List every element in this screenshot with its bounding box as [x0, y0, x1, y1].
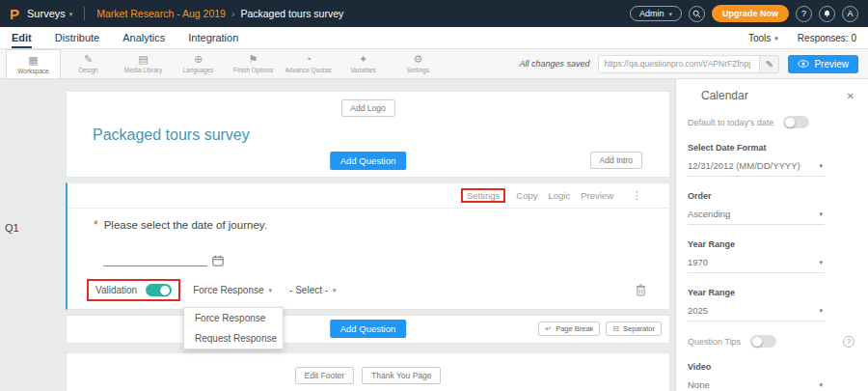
editor-toolbar: ▦ Workspace ✎ Design ▤ Media Library ⊕ L…	[0, 49, 868, 79]
toolbar-item-media-library[interactable]: ▤ Media Library	[116, 49, 171, 78]
video-group: Video None ▾	[688, 362, 854, 391]
quotas-icon: ◔	[305, 54, 312, 65]
validation-row: Validation Force Response ▾ - Select - ▾	[68, 279, 669, 301]
annotation-settings-highlight: Settings	[461, 188, 505, 203]
survey-title[interactable]: Packaged tours survey	[93, 126, 250, 144]
question-actions: Settings Copy Logic Preview ⋮	[461, 188, 642, 203]
admin-dropdown[interactable]: Admin ▾	[630, 6, 682, 21]
close-icon[interactable]: ✕	[847, 91, 854, 101]
date-answer-input[interactable]	[103, 253, 669, 266]
order-group: Order Ascending ▾	[688, 191, 854, 225]
menu-item-request-response[interactable]: Request Response	[184, 328, 283, 349]
order-select[interactable]: Ascending ▾	[688, 206, 825, 225]
tab-analytics[interactable]: Analytics	[122, 27, 165, 48]
autosave-status: All changes saved	[519, 59, 589, 69]
help-button[interactable]: ?	[796, 6, 812, 22]
question-text[interactable]: Please select the date of journey.	[104, 219, 267, 231]
upgrade-now-button[interactable]: Upgrade Now	[712, 5, 789, 22]
validation-toggle[interactable]	[146, 284, 172, 296]
survey-header-block: Add Logo Packaged tours survey Add Quest…	[66, 91, 670, 178]
breadcrumb-folder[interactable]: Market Research - Aug 2019	[96, 8, 226, 19]
toolbar-item-workspace[interactable]: ▦ Workspace	[6, 49, 61, 78]
edit-footer-button[interactable]: Edit Footer	[295, 367, 355, 384]
module-nav: Edit Distribute Analytics Integration To…	[0, 27, 868, 49]
year-range-start-label: Year Range	[688, 239, 854, 249]
video-select[interactable]: None ▾	[688, 377, 825, 391]
languages-globe-icon: ⊕	[194, 54, 203, 65]
year-range-start-select[interactable]: 1970 ▾	[688, 254, 825, 273]
force-response-menu: Force Response Request Response	[183, 307, 284, 349]
calendar-icon[interactable]	[212, 255, 224, 266]
date-input-underline[interactable]	[103, 254, 207, 266]
responses-count[interactable]: Responses: 0	[798, 33, 856, 43]
survey-canvas: Add Logo Packaged tours survey Add Quest…	[66, 91, 670, 391]
force-response-dropdown[interactable]: Force Response ▾	[193, 285, 272, 295]
user-avatar[interactable]: A	[842, 6, 858, 22]
question-tips-row: Question Tips ?	[688, 335, 854, 348]
delete-question-trash-icon[interactable]	[636, 284, 646, 296]
preview-button[interactable]: Preview	[788, 55, 858, 73]
question-logic-button[interactable]: Logic	[548, 190, 570, 201]
validation-label: Validation	[95, 285, 137, 295]
date-format-select[interactable]: 12/31/2012 (MM/DD/YYYY) ▾	[688, 157, 825, 177]
question-more-menu-icon[interactable]: ⋮	[632, 189, 642, 202]
toolbar-item-advance-quotas[interactable]: ◔ Advance Quotas	[281, 49, 336, 78]
calendar-settings-panel: Calendar ✕ Default to today's date Selec…	[675, 79, 868, 391]
app-window: P Surveys ▾ Market Research - Aug 2019 ›…	[0, 0, 868, 391]
question-settings-button[interactable]: Settings	[467, 190, 500, 201]
tab-edit[interactable]: Edit	[12, 27, 32, 48]
menu-item-force-response[interactable]: Force Response	[184, 308, 283, 328]
breadcrumb-current: Packaged tours survey	[240, 8, 343, 19]
chevron-down-icon: ▾	[819, 259, 823, 265]
chevron-down-icon: ▾	[819, 381, 823, 388]
add-logo-button[interactable]: Add Logo	[340, 99, 394, 117]
workspace-grid-icon: ▦	[28, 55, 38, 66]
chevron-down-icon: ▾	[819, 210, 823, 217]
validation-type-dropdown[interactable]: - Select - ▾	[289, 285, 337, 295]
thank-you-page-button[interactable]: Thank You Page	[362, 367, 441, 384]
question-tips-help-icon[interactable]: ?	[843, 336, 854, 348]
question-copy-button[interactable]: Copy	[516, 190, 537, 201]
tab-distribute[interactable]: Distribute	[55, 27, 99, 48]
toolbar-item-finish-options[interactable]: ⚑ Finish Options	[226, 49, 281, 78]
eye-icon	[798, 60, 809, 68]
search-icon[interactable]	[689, 6, 705, 22]
default-today-toggle[interactable]	[783, 116, 809, 128]
year-range-end-select[interactable]: 2025 ▾	[688, 302, 825, 321]
question-block: Settings Copy Logic Preview ⋮ * Please s…	[66, 182, 670, 310]
surveys-dropdown[interactable]: Surveys ▾	[27, 8, 72, 19]
toolbar-item-variables[interactable]: ✦ Variables	[336, 49, 391, 78]
add-intro-button[interactable]: Add Intro	[590, 152, 643, 169]
question-preview-button[interactable]: Preview	[581, 190, 613, 201]
topbar-actions: Admin ▾ Upgrade Now ? A	[630, 5, 858, 22]
top-bar: P Surveys ▾ Market Research - Aug 2019 ›…	[0, 0, 868, 27]
toolbar-item-settings[interactable]: ⚙ Settings	[391, 49, 446, 78]
panel-title: Calendar	[701, 89, 748, 102]
chevron-down-icon: ▾	[819, 162, 823, 169]
page-break-button[interactable]: ↵ Page Break	[538, 321, 600, 336]
toolbar-item-languages[interactable]: ⊕ Languages	[171, 49, 226, 78]
toggle-knob	[752, 337, 762, 347]
chevron-down-icon: ▾	[819, 307, 823, 314]
page-break-icon: ↵	[545, 325, 552, 333]
survey-footer-block: Edit Footer Thank You Page	[66, 352, 670, 391]
default-today-label: Default to today's date	[688, 118, 773, 127]
edit-url-pencil-icon[interactable]: ✎	[759, 56, 778, 72]
add-question-button[interactable]: Add Question	[330, 152, 407, 170]
date-format-label: Select Date Format	[688, 143, 854, 153]
question-tips-toggle[interactable]	[750, 335, 776, 348]
tools-dropdown[interactable]: Tools ▾	[748, 33, 778, 43]
chevron-down-icon: ▾	[69, 11, 73, 17]
finish-flag-icon: ⚑	[249, 54, 258, 65]
add-question-button[interactable]: Add Question	[330, 320, 407, 338]
questionpro-logo-icon: P	[10, 7, 19, 21]
survey-canvas-area: Q1 Add Logo Packaged tours survey Add Qu…	[0, 79, 675, 391]
video-label: Video	[688, 362, 854, 372]
survey-url-input[interactable]	[599, 56, 759, 72]
question-text-row: * Please select the date of journey.	[68, 209, 669, 232]
toolbar-item-design[interactable]: ✎ Design	[61, 49, 116, 78]
notifications-bell-icon[interactable]	[819, 6, 835, 22]
separator-button[interactable]: ⊟ Separator	[606, 321, 662, 336]
separator-icon: ⊟	[612, 325, 619, 333]
tab-integration[interactable]: Integration	[188, 27, 238, 48]
